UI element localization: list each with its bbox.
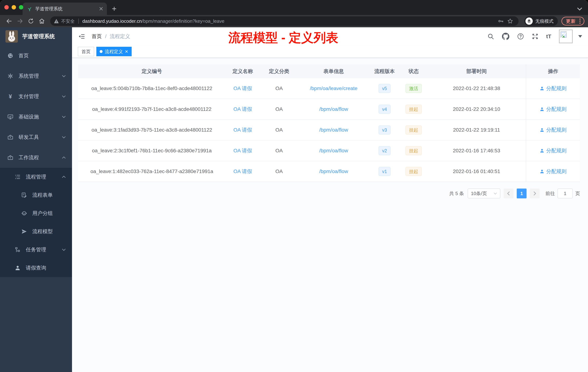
tab-search-chevron-icon[interactable] (577, 5, 582, 12)
omnibox-divider (78, 19, 79, 24)
breadcrumb-home[interactable]: 首页 (92, 33, 102, 40)
assign-rule-link[interactable]: 分配规则 (540, 85, 567, 92)
user-icon (540, 128, 544, 132)
paper-plane-icon (21, 228, 27, 235)
sidebar-item-process-form[interactable]: 流程表单 (0, 186, 72, 204)
back-icon[interactable] (4, 16, 15, 26)
status-tag: 挂起 (405, 125, 422, 134)
prev-page-button[interactable] (504, 188, 514, 198)
user-icon (540, 86, 544, 91)
form-link[interactable]: /bpm/oa/flow (319, 169, 348, 174)
page-size-value: 10条/页 (471, 190, 487, 197)
github-icon[interactable] (502, 33, 509, 40)
cell-definition-id: oa_leave:5:004b710b-7b8a-11ec-8ef0-acde4… (78, 86, 225, 91)
table-header-row: 定义编号 定义名称 定义分类 表单信息 流程版本 状态 部署时间 操作 (78, 65, 580, 78)
avatar[interactable] (559, 30, 573, 43)
version-tag: v1 (378, 167, 390, 176)
sidebar-menu: 首页 系统管理 ¥ 支付管理 (0, 45, 72, 277)
tag-close-icon[interactable] (125, 50, 128, 53)
assign-rule-link[interactable]: 分配规则 (540, 127, 567, 133)
chevron-up-icon (62, 156, 66, 159)
home-icon[interactable] (36, 16, 47, 26)
url-text[interactable]: dashboard.yudao.iocoder.cn/bpm/manager/d… (82, 18, 496, 24)
status-tag: 挂起 (405, 167, 422, 176)
font-size-icon[interactable]: tT (546, 33, 551, 40)
sidebar-item-process-management[interactable]: 流程管理 (0, 168, 72, 186)
not-secure-warning-icon[interactable] (54, 19, 59, 23)
sidebar-item-process-model[interactable]: 流程模型 (0, 222, 72, 241)
reload-icon[interactable] (25, 16, 36, 26)
bookmark-star-icon[interactable] (505, 17, 515, 25)
password-key-icon[interactable] (496, 17, 505, 25)
dashboard-icon (7, 53, 13, 59)
cell-category: OA (260, 106, 298, 112)
definition-name-link[interactable]: OA 请假 (233, 168, 252, 175)
cell-definition-id: oa_leave:1:482ec033-762a-11ec-8477-a2380… (78, 169, 225, 174)
sidebar-item-infrastructure[interactable]: 基础设施 (0, 107, 72, 127)
form-link[interactable]: /bpm/oa/leave/create (310, 86, 357, 91)
cell-category: OA (260, 169, 298, 174)
main-panel: 首页 / 流程定义 tT (72, 27, 588, 372)
cell-deploy-time: 2022-01-22 19:19:11 (427, 127, 526, 133)
favicon-plant-icon (27, 6, 32, 11)
current-page-button[interactable]: 1 (517, 188, 526, 198)
sidebar-logo[interactable]: 芋道管理系统 (0, 27, 72, 45)
help-icon[interactable] (517, 33, 524, 40)
sidebar-toggle-icon[interactable] (78, 33, 86, 40)
cell-deploy-time: 2022-01-22 21:48:38 (427, 86, 526, 91)
breadcrumb-separator: / (105, 33, 106, 39)
broken-image-icon (560, 31, 568, 39)
definition-name-link[interactable]: OA 请假 (233, 85, 252, 92)
url-bar[interactable]: 不安全 dashboard.yudao.iocoder.cn/bpm/manag… (50, 16, 519, 26)
assign-rule-link[interactable]: 分配规则 (540, 168, 567, 175)
update-button[interactable]: 更新 (561, 17, 584, 25)
form-link[interactable]: /bpm/oa/flow (319, 127, 348, 133)
tab-strip: 芋道管理系统 (0, 0, 588, 15)
cell-definition-id: oa_leave:2:3c1f0ef1-76b1-11ec-9c66-a2380… (78, 148, 225, 153)
assign-rule-link[interactable]: 分配规则 (540, 106, 567, 113)
yen-icon: ¥ (7, 93, 13, 99)
definition-name-link[interactable]: OA 请假 (233, 147, 252, 154)
browser-window: 芋道管理系统 不安全 da (0, 0, 588, 372)
browser-tab[interactable]: 芋道管理系统 (22, 2, 107, 15)
top-navbar: 首页 / 流程定义 tT (72, 27, 588, 45)
forward-icon[interactable] (15, 16, 25, 26)
tab-close-icon[interactable] (98, 6, 104, 12)
definition-name-link[interactable]: OA 请假 (233, 106, 252, 113)
definition-name-link[interactable]: OA 请假 (233, 127, 252, 133)
column-header: 定义名称 (225, 68, 260, 75)
browser-menu-kebab-icon[interactable] (579, 18, 581, 24)
page-size-select[interactable]: 10条/页 (468, 188, 500, 198)
zoom-window-button[interactable] (19, 5, 23, 10)
person-icon (15, 265, 21, 271)
form-link[interactable]: /bpm/oa/flow (319, 148, 348, 153)
goto-label: 前往 (546, 190, 555, 197)
sidebar-item-label: 系统管理 (19, 73, 39, 79)
toolbox-icon (7, 154, 13, 161)
assign-rule-link[interactable]: 分配规则 (540, 147, 567, 154)
sidebar-item-label: 基础设施 (19, 113, 39, 120)
search-icon[interactable] (487, 33, 494, 40)
tag-home[interactable]: 首页 (78, 47, 94, 56)
form-link[interactable]: /bpm/oa/flow (319, 106, 348, 112)
sidebar-item-system[interactable]: 系统管理 (0, 66, 72, 86)
minimize-window-button[interactable] (12, 5, 16, 10)
cell-category: OA (260, 127, 298, 133)
select-chevron-down-icon (494, 192, 497, 195)
goto-page-input[interactable] (557, 188, 573, 198)
tag-process-definition[interactable]: 流程定义 (96, 47, 132, 56)
close-window-button[interactable] (4, 5, 9, 10)
avatar-caret-down-icon[interactable] (578, 35, 582, 38)
sidebar-item-dev-tools[interactable]: 研发工具 (0, 127, 72, 147)
sidebar-item-label: 用户分组 (32, 210, 53, 217)
sidebar-item-leave-query[interactable]: 请假查询 (0, 259, 72, 277)
sidebar-item-workflow[interactable]: 工作流程 (0, 147, 72, 168)
sidebar-item-payment[interactable]: ¥ 支付管理 (0, 86, 72, 107)
column-header: 操作 (526, 65, 580, 78)
sidebar-item-task-management[interactable]: 任务管理 (0, 241, 72, 259)
fullscreen-icon[interactable] (532, 33, 538, 40)
next-page-button[interactable] (530, 188, 540, 198)
new-tab-button[interactable] (109, 4, 119, 14)
sidebar-item-home[interactable]: 首页 (0, 45, 72, 66)
sidebar-item-user-group[interactable]: 用户分组 (0, 204, 72, 222)
